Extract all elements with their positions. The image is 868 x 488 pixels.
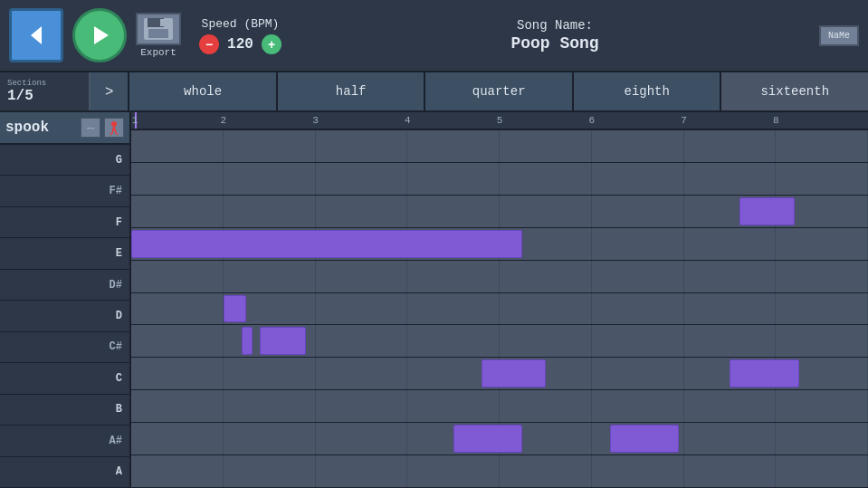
instrument-edit-button[interactable] [104,118,124,138]
grid-cell-B-3[interactable] [316,390,408,422]
grid-cell-D-7[interactable] [684,293,777,325]
grid-cell-Dsharp-3[interactable] [316,261,408,292]
grid-row-Fsharp[interactable] [131,163,868,196]
grid-cell-D-8[interactable] [776,293,868,325]
grid-cell-Fsharp-2[interactable] [224,163,316,195]
duration-sixteenth-button[interactable]: sixteenth [721,72,868,110]
duration-half-button[interactable]: half [278,72,426,110]
duration-eighth-button[interactable]: eighth [574,72,722,110]
grid-cell-B-1[interactable] [131,390,224,422]
back-button[interactable] [9,8,63,62]
grid-cell-F-3[interactable] [316,196,408,227]
grid-cell-F-4[interactable] [407,196,500,227]
duration-quarter-button[interactable]: quarter [425,72,574,110]
grid-cell-B-7[interactable] [684,390,777,422]
grid-cell-G-3[interactable] [316,130,408,162]
speed-decrease-button[interactable]: − [199,34,219,54]
grid-cell-Dsharp-6[interactable] [592,261,684,292]
grid-row-C[interactable] [131,358,868,390]
grid-cell-Dsharp-7[interactable] [684,261,777,292]
grid-cell-A-2[interactable] [224,455,316,487]
grid-cell-Fsharp-4[interactable] [407,163,500,195]
grid-cell-G-5[interactable] [500,130,592,162]
speed-label: Speed (BPM) [202,17,280,31]
grid-cell-B-8[interactable] [776,390,868,422]
grid-cell-Fsharp-1[interactable] [131,163,224,195]
grid-cell-B-2[interactable] [224,390,316,422]
grid-cell-E-7[interactable] [684,228,777,260]
grid-cell-Csharp-5[interactable] [500,325,592,357]
grid-cell-A-5[interactable] [500,455,592,487]
grid-cell-B-4[interactable] [407,390,500,422]
grid-row-B[interactable] [131,390,868,423]
grid-row-D[interactable] [131,293,868,326]
grid-cell-Dsharp-5[interactable] [500,261,592,292]
grid-row-Dsharp[interactable] [131,261,868,293]
grid-cell-Csharp-7[interactable] [684,325,777,357]
grid-cell-D-3[interactable] [316,293,408,325]
grid-cell-F-6[interactable] [592,196,684,227]
rename-button[interactable]: NaMe [819,25,859,46]
sections-next-button[interactable]: > [91,72,129,110]
grid-cell-Csharp-1[interactable] [131,325,224,357]
grid-cell-Fsharp-6[interactable] [592,163,684,195]
grid-rows[interactable] [131,130,868,488]
grid-cell-C-6[interactable] [592,358,684,389]
grid-cell-E-8[interactable] [776,228,868,260]
grid-cell-A-8[interactable] [776,455,868,487]
grid-cell-Dsharp-8[interactable] [776,261,868,292]
grid-row-Csharp[interactable] [131,325,868,358]
play-button[interactable] [72,8,127,62]
grid-cell-A-1[interactable] [131,455,224,487]
speed-increase-button[interactable]: + [262,34,281,54]
instrument-menu-button[interactable]: ··· [81,118,100,138]
grid-cell-G-4[interactable] [407,130,500,162]
grid-cell-Fsharp-8[interactable] [776,163,868,195]
grid-row-A[interactable] [131,455,868,488]
grid-row-F[interactable] [131,196,868,228]
grid-cell-F-5[interactable] [500,196,592,227]
grid-cell-D-1[interactable] [131,293,224,325]
grid-cell-B-5[interactable] [500,390,592,422]
grid-cell-Asharp-1[interactable] [131,423,224,455]
grid-cell-Csharp-3[interactable] [316,325,408,357]
grid-cell-Asharp-8[interactable] [776,423,868,455]
grid-cell-C-1[interactable] [131,358,224,389]
grid-cell-A-7[interactable] [684,455,777,487]
grid-cell-G-7[interactable] [684,130,777,162]
grid-cell-G-6[interactable] [592,130,684,162]
beat-number-8: 8 [773,115,779,126]
note-label-B: B [0,395,129,426]
grid-cell-C-2[interactable] [224,358,316,389]
grid-cell-Asharp-2[interactable] [224,423,316,455]
grid-row-Asharp[interactable] [131,423,868,455]
grid-cell-Dsharp-1[interactable] [131,261,224,292]
grid-cell-Fsharp-3[interactable] [316,163,408,195]
grid-row-G[interactable] [131,130,868,163]
grid-cell-Dsharp-2[interactable] [224,261,316,292]
grid-cell-D-5[interactable] [500,293,592,325]
grid-cell-Fsharp-5[interactable] [500,163,592,195]
grid-cell-G-1[interactable] [131,130,224,162]
grid-cell-D-4[interactable] [407,293,500,325]
grid-cell-C-3[interactable] [316,358,408,389]
grid-cell-A-3[interactable] [316,455,408,487]
grid-cell-E-6[interactable] [592,228,684,260]
grid-cell-A-4[interactable] [407,455,500,487]
grid-row-E[interactable] [131,228,868,261]
grid-cell-G-2[interactable] [224,130,316,162]
grid-cell-G-8[interactable] [776,130,868,162]
grid-cell-A-6[interactable] [592,455,684,487]
grid-cell-F-2[interactable] [224,196,316,227]
grid-cell-Asharp-3[interactable] [316,423,408,455]
grid-cell-Fsharp-7[interactable] [684,163,777,195]
grid-cell-B-6[interactable] [592,390,684,422]
grid-cell-D-6[interactable] [592,293,684,325]
grid-cell-Dsharp-4[interactable] [407,261,500,292]
grid-cell-Csharp-8[interactable] [776,325,868,357]
grid-cell-Csharp-4[interactable] [407,325,500,357]
grid-cell-Csharp-6[interactable] [592,325,684,357]
duration-whole-button[interactable]: whole [129,72,278,110]
grid-cell-Asharp-7[interactable] [684,423,777,455]
grid-cell-F-1[interactable] [131,196,224,227]
